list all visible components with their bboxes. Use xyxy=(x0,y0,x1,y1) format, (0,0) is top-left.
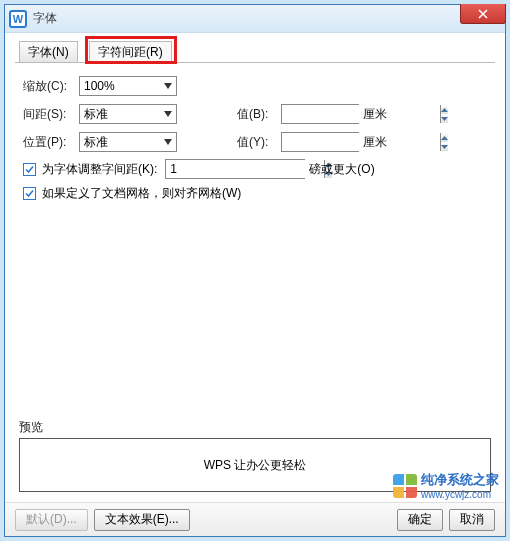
valb-spinner[interactable] xyxy=(281,104,359,124)
scale-value: 100% xyxy=(80,79,160,93)
footer: 默认(D)... 文本效果(E)... 确定 取消 xyxy=(5,502,505,536)
spacing-value: 标准 xyxy=(80,106,160,123)
valy-input[interactable] xyxy=(282,133,440,151)
cancel-button[interactable]: 取消 xyxy=(449,509,495,531)
adjust-checkbox[interactable] xyxy=(23,163,36,176)
spin-down-icon[interactable] xyxy=(441,114,448,123)
spin-down-icon[interactable] xyxy=(441,142,448,151)
dropdown-arrow-icon[interactable] xyxy=(160,139,176,145)
dropdown-arrow-icon[interactable] xyxy=(160,83,176,89)
scale-label: 缩放(C): xyxy=(23,78,79,95)
preview-label: 预览 xyxy=(19,419,491,436)
adjust-input[interactable] xyxy=(166,160,324,178)
tab-font-label: 字体(N) xyxy=(28,45,69,59)
spacing-combo[interactable]: 标准 xyxy=(79,104,177,124)
titlebar: W 字体 xyxy=(5,5,505,33)
check-icon xyxy=(25,189,34,198)
default-button-label: 默认(D)... xyxy=(26,511,77,528)
spin-up-icon[interactable] xyxy=(441,105,448,114)
dialog-body: 字体(N) 字符间距(R) 缩放(C): 100% 间距(S): 标准 值(B)… xyxy=(5,33,505,536)
close-button[interactable] xyxy=(460,4,506,24)
font-dialog: W 字体 字体(N) 字符间距(R) 缩放(C): 100% 间距(S): 标准 xyxy=(4,4,506,537)
preview-text: WPS 让办公更轻松 xyxy=(204,457,307,474)
adjust-spinner[interactable] xyxy=(165,159,305,179)
valb-unit: 厘米 xyxy=(363,106,387,123)
valb-input[interactable] xyxy=(282,105,440,123)
grid-checkbox[interactable] xyxy=(23,187,36,200)
position-value: 标准 xyxy=(80,134,160,151)
valy-spinner[interactable] xyxy=(281,132,359,152)
valy-label: 值(Y): xyxy=(237,134,281,151)
preview-box: WPS 让办公更轻松 xyxy=(19,438,491,492)
tab-spacing-label: 字符间距(R) xyxy=(98,45,163,59)
cancel-label: 取消 xyxy=(460,511,484,528)
spin-up-icon[interactable] xyxy=(441,133,448,142)
position-label: 位置(P): xyxy=(23,134,79,151)
grid-label: 如果定义了文档网格，则对齐网格(W) xyxy=(42,185,241,202)
text-effects-label: 文本效果(E)... xyxy=(105,511,179,528)
valy-unit: 厘米 xyxy=(363,134,387,151)
check-icon xyxy=(25,165,34,174)
window-title: 字体 xyxy=(33,10,57,27)
tab-bar: 字体(N) 字符间距(R) xyxy=(15,41,495,63)
valb-label: 值(B): xyxy=(237,106,281,123)
adjust-unit: 磅或更大(O) xyxy=(309,161,374,178)
adjust-label: 为字体调整字间距(K): xyxy=(42,161,157,178)
spacing-label: 间距(S): xyxy=(23,106,79,123)
scale-combo[interactable]: 100% xyxy=(79,76,177,96)
ok-label: 确定 xyxy=(408,511,432,528)
text-effects-button[interactable]: 文本效果(E)... xyxy=(94,509,190,531)
close-icon xyxy=(478,9,488,19)
app-icon: W xyxy=(9,10,27,28)
tab-spacing[interactable]: 字符间距(R) xyxy=(89,41,172,63)
preview-section: 预览 WPS 让办公更轻松 xyxy=(19,419,491,492)
position-combo[interactable]: 标准 xyxy=(79,132,177,152)
tab-font[interactable]: 字体(N) xyxy=(19,41,78,63)
dropdown-arrow-icon[interactable] xyxy=(160,111,176,117)
form-area: 缩放(C): 100% 间距(S): 标准 值(B): xyxy=(5,63,505,202)
default-button: 默认(D)... xyxy=(15,509,88,531)
ok-button[interactable]: 确定 xyxy=(397,509,443,531)
